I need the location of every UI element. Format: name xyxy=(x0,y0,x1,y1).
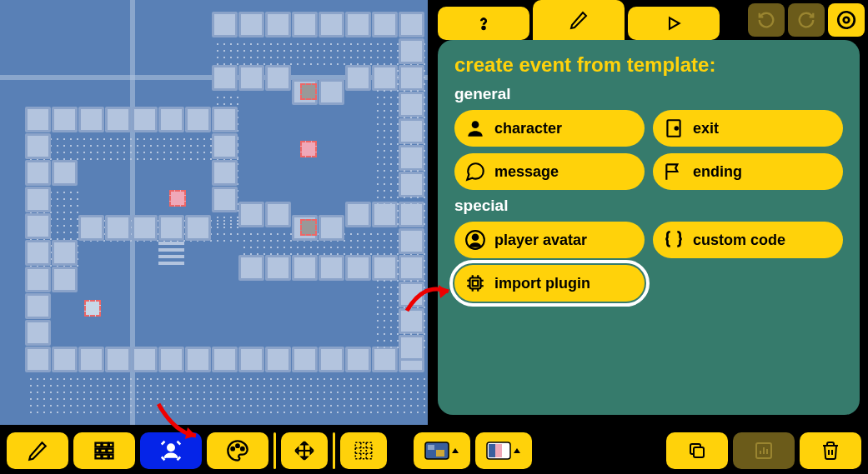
svg-point-28 xyxy=(168,445,174,452)
svg-rect-10 xyxy=(473,281,479,287)
map-sprite[interactable] xyxy=(169,190,186,207)
svg-rect-23 xyxy=(100,449,106,453)
svg-rect-48 xyxy=(694,447,704,457)
btn-label: import plugin xyxy=(494,275,590,292)
import-plugin-button[interactable]: import plugin xyxy=(454,265,645,302)
svg-point-31 xyxy=(241,447,244,451)
btn-label: exit xyxy=(693,120,719,137)
svg-rect-22 xyxy=(96,449,100,453)
btn-label: character xyxy=(494,120,562,137)
separator xyxy=(333,432,335,469)
svg-rect-41 xyxy=(436,450,444,457)
copy-button[interactable] xyxy=(666,432,728,469)
svg-point-29 xyxy=(231,447,234,451)
redo-button[interactable] xyxy=(788,3,825,37)
exit-button[interactable]: exit xyxy=(653,110,843,147)
svg-rect-27 xyxy=(109,455,113,459)
template-panel: create event from template: general char… xyxy=(438,40,860,415)
map-editor[interactable] xyxy=(0,0,428,425)
svg-rect-24 xyxy=(108,449,113,453)
section-special: special xyxy=(454,197,843,215)
custom-code-button[interactable]: custom code xyxy=(653,222,843,258)
event-panel: create event from template: general char… xyxy=(428,0,868,425)
svg-rect-19 xyxy=(96,443,102,447)
svg-marker-47 xyxy=(514,448,520,453)
separator xyxy=(273,432,276,469)
svg-point-6 xyxy=(675,127,678,129)
record-button[interactable] xyxy=(828,3,865,37)
svg-rect-34 xyxy=(355,442,372,459)
bottom-toolbar xyxy=(0,427,868,474)
btn-label: message xyxy=(494,163,559,181)
svg-rect-40 xyxy=(428,445,434,450)
map-sprite[interactable] xyxy=(300,83,317,100)
player-avatar-button[interactable]: player avatar xyxy=(454,222,645,258)
svg-marker-3 xyxy=(670,17,680,28)
stats-button[interactable] xyxy=(733,432,795,469)
svg-point-1 xyxy=(844,17,850,23)
map-sprite[interactable] xyxy=(300,141,317,157)
move-tool[interactable] xyxy=(281,432,328,469)
message-button[interactable]: message xyxy=(454,153,645,190)
undo-button[interactable] xyxy=(748,3,785,37)
section-general: general xyxy=(454,85,843,103)
svg-point-8 xyxy=(473,235,479,241)
delete-button[interactable] xyxy=(800,432,861,469)
colors-picker[interactable] xyxy=(475,432,532,469)
ending-button[interactable]: ending xyxy=(653,153,843,190)
grid-tool[interactable] xyxy=(340,432,387,469)
map-sprite[interactable] xyxy=(84,300,101,317)
svg-point-4 xyxy=(472,121,479,128)
btn-label: player avatar xyxy=(494,232,587,249)
svg-point-30 xyxy=(236,444,239,447)
svg-rect-44 xyxy=(489,444,495,457)
map-sprite[interactable] xyxy=(300,219,317,236)
svg-rect-20 xyxy=(103,443,108,447)
events-tool[interactable] xyxy=(140,432,202,469)
draw-tool[interactable] xyxy=(7,432,68,469)
btn-label: ending xyxy=(693,163,742,181)
tab-help[interactable] xyxy=(438,7,529,40)
tab-play[interactable] xyxy=(628,7,720,40)
svg-rect-25 xyxy=(96,455,102,459)
svg-rect-46 xyxy=(502,444,509,457)
svg-rect-45 xyxy=(495,444,502,457)
character-button[interactable]: character xyxy=(454,110,645,147)
svg-point-2 xyxy=(483,27,485,29)
room-picker[interactable] xyxy=(414,432,470,469)
tiles-tool[interactable] xyxy=(73,432,135,469)
palette-tool[interactable] xyxy=(207,432,268,469)
svg-rect-9 xyxy=(470,278,481,289)
svg-marker-42 xyxy=(452,448,459,453)
svg-point-0 xyxy=(838,12,855,28)
panel-title: create event from template: xyxy=(454,53,843,77)
svg-rect-21 xyxy=(109,443,113,447)
svg-rect-26 xyxy=(103,455,108,459)
btn-label: custom code xyxy=(693,232,785,249)
tab-edit[interactable] xyxy=(533,0,625,40)
